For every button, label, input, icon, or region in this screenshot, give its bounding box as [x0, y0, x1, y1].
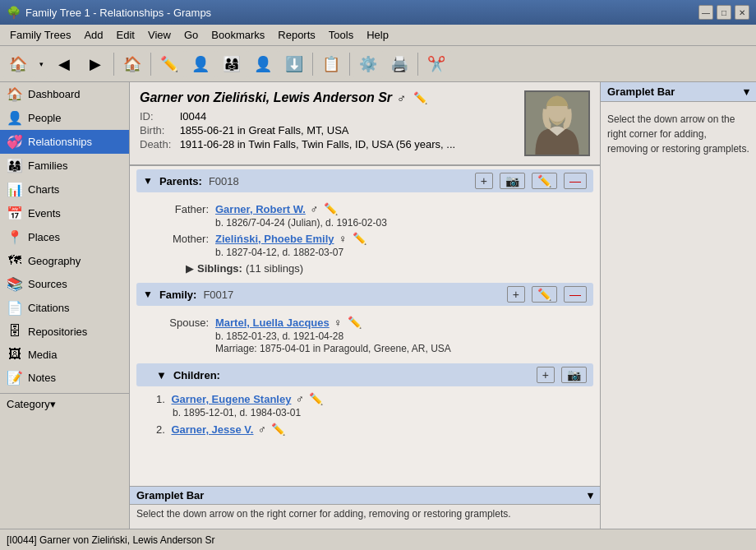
sidebar-label-people: People — [28, 112, 61, 124]
notes-icon: 📝 — [7, 370, 23, 386]
parents-section-content: Father: Garner, Robert W. ♂ ✏️ b. 1826/7… — [130, 196, 600, 280]
minimize-button[interactable]: — — [698, 5, 713, 20]
child-2-edit-button[interactable]: ✏️ — [269, 422, 288, 437]
sidebar-item-geography[interactable]: 🗺 Geography — [0, 249, 129, 272]
sidebar-item-people[interactable]: 👤 People — [0, 106, 129, 130]
menu-go[interactable]: Go — [177, 27, 205, 43]
spouse-gender: ♀ — [334, 317, 342, 329]
spouse-name-link[interactable]: Martel, Luella Jacques — [215, 317, 330, 329]
repositories-icon: 🗄 — [7, 324, 23, 339]
person-edit-button[interactable]: ✏️ — [411, 90, 430, 105]
sidebar-item-dashboard[interactable]: 🏠 Dashboard — [0, 82, 129, 106]
sidebar-item-charts[interactable]: 📊 Charts — [0, 178, 129, 201]
spouse-details2: Marriage: 1875-04-01 in Paragould, Green… — [215, 343, 593, 354]
child-1-details: b. 1895-12-01, d. 1984-03-01 — [173, 407, 593, 418]
main-area: 🏠 Dashboard 👤 People 💞 Relationships 👨‍👩… — [0, 82, 756, 529]
close-button[interactable]: ✕ — [735, 5, 749, 20]
child-2-row: 2. Garner, Jesse V. ♂ ✏️ — [130, 420, 600, 438]
spouse-edit-button[interactable]: ✏️ — [345, 315, 364, 330]
toolbar-print-btn[interactable]: 🖨️ — [385, 49, 414, 79]
menu-family-trees[interactable]: Family Trees — [3, 27, 77, 43]
category-dropdown[interactable]: Category▾ — [0, 393, 129, 414]
toolbar-home-dropdown[interactable]: ▾ — [35, 49, 48, 79]
sidebar-label-dashboard: Dashboard — [28, 88, 81, 100]
family-remove-button[interactable]: — — [564, 286, 587, 303]
parents-photo-button[interactable]: 📷 — [500, 173, 525, 189]
mother-edit-button[interactable]: ✏️ — [350, 231, 369, 246]
menu-add[interactable]: Add — [77, 27, 109, 43]
sidebar-label-charts: Charts — [28, 183, 59, 196]
sidebar-label-places: Places — [28, 231, 60, 243]
child-1-edit-button[interactable]: ✏️ — [307, 391, 325, 406]
menu-reports[interactable]: Reports — [271, 27, 322, 43]
gramplet-sidebar-description: Select the down arrow on the right corne… — [607, 113, 749, 155]
father-name-link[interactable]: Garner, Robert W. — [215, 203, 306, 215]
parents-section-header: ▼ Parents: F0018 + 📷 ✏️ — — [136, 169, 593, 192]
toolbar-clipboard-btn[interactable]: 📋 — [316, 49, 346, 79]
person-birth-row: Birth: 1855-06-21 in Great Falls, MT, US… — [140, 124, 514, 136]
siblings-count: (11 siblings) — [246, 262, 303, 275]
mother-name-link[interactable]: Zieliński, Phoebe Emily — [215, 233, 334, 245]
menu-help[interactable]: Help — [360, 27, 395, 43]
sidebar-item-media[interactable]: 🖼 Media — [0, 343, 129, 366]
children-photo-button[interactable]: 📷 — [561, 367, 587, 383]
parents-toggle[interactable]: ▼ — [143, 175, 153, 187]
toolbar-home-btn[interactable]: 🏠 — [3, 49, 33, 79]
person-photo — [524, 90, 590, 156]
gramplet-sidebar: Gramplet Bar ▾ Select the down arrow on … — [600, 82, 756, 529]
sidebar-label-media: Media — [28, 349, 57, 361]
child-1-name[interactable]: Garner, Eugene Stanley — [171, 393, 291, 405]
toolbar-family-btn[interactable]: 👨‍👩‍👧 — [217, 49, 247, 79]
children-add-button[interactable]: + — [537, 367, 555, 383]
sidebar-item-relationships[interactable]: 💞 Relationships — [0, 130, 129, 154]
bottom-gramplet-content: Select the down arrow on the right corne… — [130, 505, 600, 523]
toolbar-sep1 — [113, 53, 114, 76]
toolbar-add-btn[interactable]: 👤 — [186, 49, 215, 79]
parents-remove-button[interactable]: — — [564, 173, 587, 189]
menu-bookmarks[interactable]: Bookmarks — [205, 27, 271, 43]
spouse-details1: b. 1852-01-23, d. 1921-04-28 — [215, 330, 593, 342]
child-2-gender: ♂ — [258, 423, 266, 436]
toolbar-children-btn[interactable]: ⬇️ — [279, 49, 309, 79]
child-2-name[interactable]: Garner, Jesse V. — [171, 423, 253, 436]
mother-details: b. 1827-04-12, d. 1882-03-07 — [215, 247, 593, 258]
sidebar-item-repositories[interactable]: 🗄 Repositories — [0, 320, 129, 343]
bottom-gramplet-header[interactable]: Gramplet Bar ▾ — [130, 487, 600, 505]
family-edit-button[interactable]: ✏️ — [532, 286, 557, 303]
children-toggle-icon[interactable]: ▼ — [156, 369, 167, 381]
toolbar-edit-btn[interactable]: ✏️ — [154, 49, 184, 79]
father-edit-button[interactable]: ✏️ — [321, 201, 340, 216]
toolbar-back-btn[interactable]: ◀ — [49, 49, 79, 79]
toolbar-quit-btn[interactable]: ✂️ — [422, 49, 451, 79]
toolbar-forward-btn[interactable]: ▶ — [81, 49, 110, 79]
parents-add-button[interactable]: + — [475, 173, 493, 189]
places-icon: 📍 — [7, 229, 23, 245]
gramplet-sidebar-body: Select the down arrow on the right corne… — [601, 102, 756, 529]
father-name-row: Garner, Robert W. ♂ ✏️ — [215, 201, 593, 216]
toolbar-main-view-btn[interactable]: 🏠 — [118, 49, 147, 79]
maximize-button[interactable]: □ — [717, 5, 731, 20]
relationships-icon: 💞 — [7, 134, 23, 150]
family-add-button[interactable]: + — [507, 286, 525, 303]
events-icon: 📅 — [7, 206, 23, 221]
sidebar-item-notes[interactable]: 📝 Notes — [0, 366, 129, 390]
sidebar-item-families[interactable]: 👨‍👩‍👧 Families — [0, 154, 129, 178]
sidebar-item-events[interactable]: 📅 Events — [0, 201, 129, 225]
sidebar-item-places[interactable]: 📍 Places — [0, 225, 129, 249]
siblings-row[interactable]: ▶ Siblings: (11 siblings) — [150, 261, 593, 276]
toolbar-sep5 — [417, 53, 418, 76]
sidebar-item-sources[interactable]: 📚 Sources — [0, 272, 129, 296]
parents-edit-button[interactable]: ✏️ — [532, 173, 557, 189]
family-toggle[interactable]: ▼ — [143, 289, 153, 300]
sidebar-label-events: Events — [28, 207, 61, 220]
sidebar-item-citations[interactable]: 📄 Citations — [0, 296, 129, 320]
spouse-row: Spouse: Martel, Luella Jacques ♀ ✏️ b. 1… — [150, 315, 593, 354]
toolbar-config-btn[interactable]: ⚙️ — [353, 49, 383, 79]
parents-label: Parents: — [159, 175, 202, 187]
menu-edit[interactable]: Edit — [110, 27, 141, 43]
toolbar-person-btn[interactable]: 👤 — [248, 49, 278, 79]
menu-tools[interactable]: Tools — [322, 27, 360, 43]
gramplet-sidebar-arrow[interactable]: ▾ — [744, 86, 749, 98]
menu-view[interactable]: View — [141, 27, 177, 43]
titlebar-title: 🌳 Family Tree 1 - Relationships - Gramps — [7, 6, 211, 19]
